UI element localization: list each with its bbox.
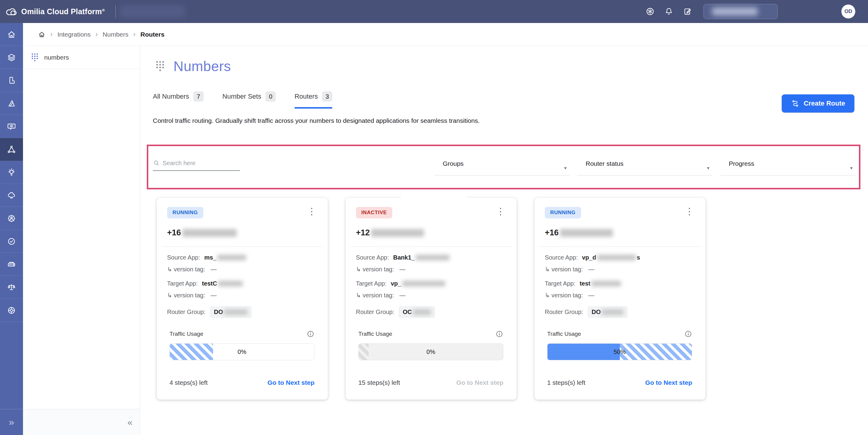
traffic-progress-bar: 50% bbox=[547, 343, 692, 360]
groups-dropdown[interactable]: Groups ▾ bbox=[434, 158, 569, 175]
redacted-text bbox=[413, 309, 431, 315]
router-group-chip: OC bbox=[399, 306, 435, 318]
tab-count-badge: 0 bbox=[266, 91, 276, 102]
target-app-row: Target App:vp_ bbox=[356, 280, 506, 287]
cloud-icon bbox=[7, 191, 16, 200]
sidebar-item-hardware[interactable] bbox=[0, 253, 23, 276]
breadcrumb-separator: › bbox=[133, 30, 135, 38]
sidebar-item-cloud[interactable] bbox=[0, 184, 23, 207]
progress-percent: 0% bbox=[359, 344, 503, 360]
redacted-text bbox=[591, 281, 621, 287]
sidebar-item-user-settings[interactable] bbox=[0, 207, 23, 230]
top-navbar: Omilia Cloud Platform® OD bbox=[0, 0, 868, 23]
go-to-next-step-link[interactable]: Go to Next step bbox=[268, 379, 314, 386]
sidebar-item-design-compass[interactable] bbox=[0, 92, 23, 115]
home-icon bbox=[7, 30, 16, 39]
quality-badge-icon bbox=[7, 237, 16, 246]
source-version-row: ↳ version tag:— bbox=[545, 266, 695, 273]
brand-title: Omilia Cloud Platform® bbox=[21, 7, 105, 16]
source-app-row: Source App:Bank1_ bbox=[356, 254, 506, 261]
apps-asterisk-icon[interactable] bbox=[645, 7, 655, 16]
tab-label: Number Sets bbox=[222, 93, 261, 100]
sidebar-item-telephony[interactable] bbox=[0, 69, 23, 92]
tab-number-sets[interactable]: Number Sets0 bbox=[222, 91, 276, 106]
dropdown-label: Router status bbox=[586, 160, 623, 167]
status-badge: RUNNING bbox=[545, 207, 581, 219]
brand-logo[interactable]: Omilia Cloud Platform® bbox=[5, 7, 105, 16]
filters-bar: Groups ▾ Router status ▾ Progress ▾ bbox=[147, 144, 861, 189]
sidebar-item-numbers[interactable]: numbers bbox=[23, 46, 140, 69]
blurred-overlay bbox=[401, 194, 467, 213]
kebab-menu-icon[interactable]: ⋮ bbox=[496, 207, 505, 216]
router-group-row: Router Group:DO bbox=[167, 306, 317, 318]
sidebar-item-home[interactable] bbox=[0, 23, 23, 46]
notifications-bell-icon[interactable] bbox=[664, 7, 674, 16]
compliance-scale-icon bbox=[7, 283, 16, 292]
router-group-row: Router Group:DO bbox=[545, 306, 695, 318]
sidebar-item-quality-badge[interactable] bbox=[0, 230, 23, 253]
progress-dropdown[interactable]: Progress ▾ bbox=[720, 158, 856, 175]
redacted-text bbox=[224, 309, 248, 315]
info-icon[interactable] bbox=[307, 330, 314, 338]
kebab-menu-icon[interactable]: ⋮ bbox=[685, 207, 694, 216]
redacted-text bbox=[218, 281, 243, 287]
sidebar-item-label: numbers bbox=[44, 54, 69, 61]
search-field[interactable] bbox=[153, 159, 240, 171]
redacted-text bbox=[217, 255, 246, 261]
user-avatar[interactable]: OD bbox=[841, 4, 855, 19]
traffic-usage-block: Traffic Usage50% bbox=[545, 330, 695, 360]
router-card: RUNNING⋮+16Source App:ms_↳ version tag:—… bbox=[157, 198, 328, 400]
sidebar-item-insights-bulb[interactable] bbox=[0, 161, 23, 184]
redacted-text bbox=[597, 255, 636, 261]
tab-label: All Numbers bbox=[153, 93, 189, 100]
kebab-menu-icon[interactable]: ⋮ bbox=[307, 207, 316, 216]
sidebar-item-layers[interactable] bbox=[0, 46, 23, 69]
tab-label: Routers bbox=[294, 93, 318, 100]
redacted-text bbox=[712, 7, 757, 15]
sidebar-item-integrations-network[interactable] bbox=[0, 138, 23, 161]
sidebar-item-compliance-scale[interactable] bbox=[0, 276, 23, 299]
panel-collapse-chevron[interactable]: « bbox=[127, 417, 132, 428]
info-icon[interactable] bbox=[495, 330, 503, 338]
sidebar-expand-chevron[interactable]: » bbox=[0, 409, 23, 435]
compose-note-icon[interactable] bbox=[683, 7, 692, 16]
telephony-icon bbox=[7, 76, 16, 85]
info-icon[interactable] bbox=[684, 330, 692, 338]
phone-number: +16 bbox=[167, 228, 317, 237]
redacted-environment-selector[interactable] bbox=[703, 4, 778, 19]
traffic-usage-label: Traffic Usage bbox=[358, 331, 392, 337]
traffic-usage-block: Traffic Usage0% bbox=[356, 330, 506, 360]
layers-icon bbox=[7, 53, 16, 62]
sidebar-item-voice-chat[interactable] bbox=[0, 115, 23, 138]
sidebar-item-support-lifebuoy[interactable] bbox=[0, 299, 23, 322]
card-divider bbox=[350, 246, 512, 247]
create-route-button[interactable]: Create Route bbox=[782, 94, 855, 112]
tab-all-numbers[interactable]: All Numbers7 bbox=[153, 91, 204, 106]
main-content: Numbers All Numbers7Number Sets0Routers3… bbox=[140, 46, 868, 435]
traffic-progress-bar: 0% bbox=[169, 343, 314, 360]
redacted-text bbox=[371, 229, 424, 237]
router-status-dropdown[interactable]: Router status ▾ bbox=[577, 158, 712, 175]
breadcrumb-separator: › bbox=[50, 30, 53, 38]
breadcrumb-separator: › bbox=[95, 30, 98, 38]
page-title: Numbers bbox=[174, 58, 231, 74]
tab-routers[interactable]: Routers3 bbox=[294, 91, 332, 106]
breadcrumb-link[interactable]: Integrations bbox=[58, 31, 91, 38]
breadcrumb: ›Integrations›Numbers›Routers bbox=[23, 23, 868, 46]
tabs: All Numbers7Number Sets0Routers3 bbox=[153, 91, 332, 106]
router-group-row: Router Group:OC bbox=[356, 306, 506, 318]
card-divider bbox=[539, 246, 701, 247]
dialpad-icon bbox=[31, 53, 39, 62]
status-badge: INACTIVE bbox=[356, 207, 392, 219]
support-lifebuoy-icon bbox=[7, 306, 16, 315]
redacted-nav-item bbox=[120, 5, 185, 18]
phone-number: +16 bbox=[545, 228, 695, 237]
user-settings-icon bbox=[7, 214, 16, 223]
home-icon[interactable] bbox=[38, 31, 45, 38]
router-card: INACTIVE⋮+12Source App:Bank1_↳ version t… bbox=[346, 198, 517, 400]
breadcrumb-link[interactable]: Numbers bbox=[102, 31, 128, 38]
voice-chat-icon bbox=[7, 122, 16, 131]
design-compass-icon bbox=[7, 99, 16, 108]
search-input[interactable] bbox=[162, 160, 232, 167]
go-to-next-step-link[interactable]: Go to Next step bbox=[645, 379, 692, 386]
